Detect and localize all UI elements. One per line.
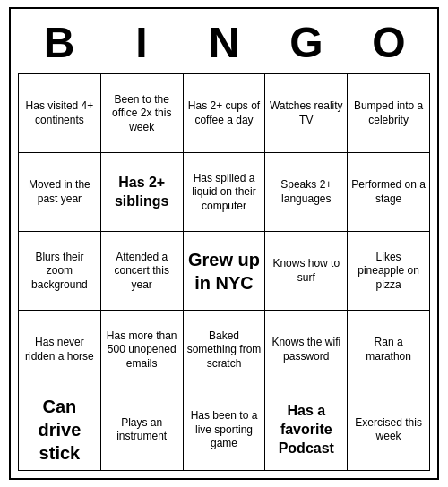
bingo-cell[interactable]: Has more than 500 unopened emails [101,311,184,389]
bingo-cell[interactable]: Exercised this week [348,389,430,471]
bingo-cell[interactable]: Ran a marathon [348,311,430,389]
letter-n: N [183,16,265,71]
bingo-cell[interactable]: Moved in the past year [19,153,101,232]
bingo-cell[interactable]: Has spilled a liquid on their computer [184,153,266,232]
letter-b: B [18,16,100,71]
bingo-cell[interactable]: Grew up in NYC [184,232,266,311]
letter-o: O [348,16,430,71]
bingo-cell[interactable]: Been to the office 2x this week [101,74,184,153]
bingo-cell[interactable]: Knows the wifi password [265,311,348,389]
bingo-cell[interactable]: Has been to a live sporting game [184,389,266,471]
bingo-cell[interactable]: Knows how to surf [265,232,348,311]
letter-i: I [100,16,183,71]
bingo-cell[interactable]: Attended a concert this year [101,232,184,311]
letter-g: G [265,16,348,71]
bingo-cell[interactable]: Performed on a stage [348,153,430,232]
bingo-cell[interactable]: Can drive stick [19,389,101,471]
bingo-cell[interactable]: Watches reality TV [265,74,348,153]
bingo-cell[interactable]: Has never ridden a horse [19,311,101,389]
bingo-cell[interactable]: Blurs their zoom background [19,232,101,311]
bingo-cell[interactable]: Has visited 4+ continents [19,74,101,153]
bingo-cell[interactable]: Plays an instrument [101,389,184,471]
bingo-card: B I N G O Has visited 4+ continentsBeen … [9,7,439,481]
bingo-header: B I N G O [18,16,430,71]
bingo-cell[interactable]: Has 2+ cups of coffee a day [184,74,266,153]
bingo-cell[interactable]: Bumped into a celebrity [348,74,430,153]
bingo-cell[interactable]: Has 2+ siblings [101,153,184,232]
bingo-cell[interactable]: Speaks 2+ languages [265,153,348,232]
bingo-cell[interactable]: Has a favorite Podcast [265,389,348,471]
bingo-cell[interactable]: Baked something from scratch [184,311,266,389]
bingo-grid: Has visited 4+ continentsBeen to the off… [18,73,430,471]
bingo-cell[interactable]: Likes pineapple on pizza [348,232,430,311]
